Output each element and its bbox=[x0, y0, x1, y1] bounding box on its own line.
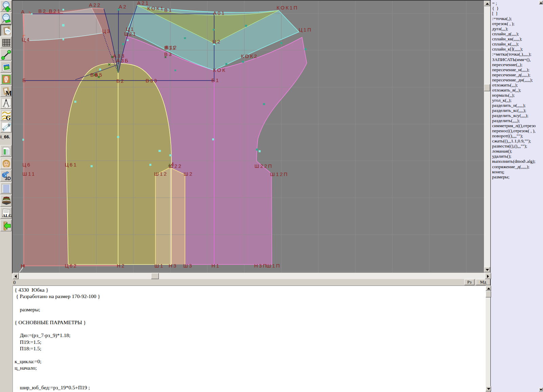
svg-text:В33: В33 bbox=[146, 78, 158, 83]
svg-text:Б1: Б1 bbox=[211, 77, 220, 83]
svg-text:В12: В12 bbox=[165, 44, 177, 50]
svg-text:Ш3: Ш3 bbox=[183, 263, 193, 269]
svg-text:Ц3: Ц3 bbox=[102, 28, 111, 34]
svg-text:Н3П: Н3П bbox=[254, 263, 268, 269]
svg-text:Ш12: Ш12 bbox=[154, 171, 168, 177]
svg-text:4: 4 bbox=[171, 161, 175, 167]
svg-text:Ц62: Ц62 bbox=[65, 263, 77, 269]
svg-text:Ш2: Ш2 bbox=[184, 171, 193, 177]
svg-text:3D: 3D bbox=[5, 176, 11, 181]
svg-text:Ш11: Ш11 bbox=[22, 171, 36, 177]
svg-text:В21: В21 bbox=[49, 8, 61, 14]
svg-text:В5: В5 bbox=[95, 72, 103, 78]
svg-text:Ц4: Ц4 bbox=[22, 37, 31, 42]
svg-text:Ц21: Ц21 bbox=[124, 31, 137, 37]
svg-text:7: 7 bbox=[2, 128, 4, 133]
svg-text:КОК2: КОК2 bbox=[241, 53, 258, 59]
svg-text:8: 8 bbox=[8, 122, 10, 128]
svg-text:Ш22: Ш22 bbox=[169, 163, 182, 169]
svg-text:КОК1: КОК1 bbox=[147, 5, 164, 11]
svg-text:Ш1П: Ш1П bbox=[266, 263, 281, 269]
svg-text:ALG: ALG bbox=[2, 213, 12, 218]
svg-text:А21: А21 bbox=[137, 1, 149, 6]
svg-text:Б2: Б2 bbox=[116, 78, 125, 84]
svg-text:КОК: КОК bbox=[213, 67, 226, 73]
svg-text:G: G bbox=[6, 114, 11, 121]
svg-text:Б: Б bbox=[22, 77, 27, 83]
svg-text:Н1: Н1 bbox=[211, 263, 220, 269]
svg-text:Н3: Н3 bbox=[169, 263, 177, 269]
svg-text:А22: А22 bbox=[89, 2, 101, 8]
svg-text:А2: А2 bbox=[119, 4, 127, 9]
svg-text:Ц61: Ц61 bbox=[65, 162, 77, 168]
svg-text:Ш22П: Ш22П bbox=[255, 163, 273, 169]
svg-text:А: А bbox=[21, 9, 25, 15]
svg-text:Ц6: Ц6 bbox=[22, 162, 31, 168]
svg-text:Н: Н bbox=[21, 263, 25, 269]
svg-text:Ц1П: Ц1П bbox=[299, 27, 312, 33]
svg-text:А01: А01 bbox=[213, 10, 225, 16]
svg-text:M: M bbox=[5, 90, 12, 97]
svg-text:В3: В3 bbox=[164, 51, 173, 57]
svg-text:А3Б: А3Б bbox=[116, 58, 129, 63]
svg-text:В2: В2 bbox=[38, 8, 47, 14]
svg-text:КОК1П: КОК1П bbox=[277, 5, 298, 11]
svg-text:Ц2: Ц2 bbox=[212, 39, 221, 44]
svg-text:Н2: Н2 bbox=[117, 263, 126, 269]
svg-text:Ш1: Ш1 bbox=[154, 263, 164, 269]
svg-text:Ш12П: Ш12П bbox=[270, 171, 288, 177]
svg-text:В1: В1 bbox=[164, 7, 173, 13]
